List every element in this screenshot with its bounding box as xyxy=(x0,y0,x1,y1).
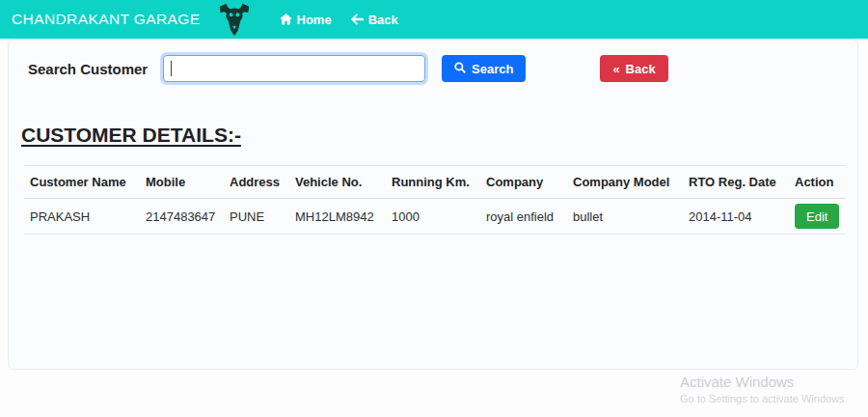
table-header: Customer Name Mobile Address Vehicle No.… xyxy=(24,166,846,199)
chevron-left-icon: « xyxy=(612,62,619,76)
nav-back-label: Back xyxy=(368,13,398,27)
watermark-title: Activate Windows xyxy=(680,374,848,390)
top-navbar: CHANDRAKANT GARAGE Home xyxy=(0,0,868,39)
home-icon xyxy=(280,14,292,25)
search-icon xyxy=(454,62,466,76)
col-vehicle-no: Vehicle No. xyxy=(289,166,386,199)
back-arrow-icon xyxy=(351,14,364,25)
customer-details-heading: CUSTOMER DETAILS:- xyxy=(21,124,241,147)
search-customer-label: Search Customer xyxy=(28,61,163,77)
cell-rto-reg-date: 2014-11-04 xyxy=(683,199,789,235)
col-mobile: Mobile xyxy=(140,166,224,199)
col-address: Address xyxy=(224,166,289,199)
back-button[interactable]: « Back xyxy=(600,55,667,82)
col-company: Company xyxy=(480,166,567,199)
cell-action: Edit xyxy=(789,199,846,235)
col-action: Action xyxy=(789,166,846,199)
col-company-model: Company Model xyxy=(567,166,683,199)
nav-home-link[interactable]: Home xyxy=(280,13,332,27)
search-button-label: Search xyxy=(472,62,513,76)
col-customer-name: Customer Name xyxy=(24,166,140,199)
search-customer-input[interactable] xyxy=(163,55,425,82)
cell-mobile: 2147483647 xyxy=(140,199,224,235)
cell-vehicle-no: MH12LM8942 xyxy=(289,199,386,235)
search-button[interactable]: Search xyxy=(442,55,526,82)
nav-back-link[interactable]: Back xyxy=(351,13,398,27)
customer-table: Customer Name Mobile Address Vehicle No.… xyxy=(24,165,846,235)
cell-customer-name: PRAKASH xyxy=(24,199,140,235)
edit-button[interactable]: Edit xyxy=(795,204,839,229)
back-button-label: Back xyxy=(626,62,656,76)
app-title: CHANDRAKANT GARAGE xyxy=(12,11,201,28)
col-running-km: Running Km. xyxy=(386,166,480,199)
watermark-subtitle: Go to Settings to activate Windows. xyxy=(680,393,848,404)
text-caret xyxy=(171,61,172,76)
table-row: PRAKASH 2147483647 PUNE MH12LM8942 1000 … xyxy=(24,199,846,235)
cell-company-model: bullet xyxy=(567,199,683,235)
garage-logo-icon xyxy=(214,0,255,39)
nav-home-label: Home xyxy=(297,13,332,27)
cell-company: royal enfield xyxy=(480,199,567,235)
search-row: Search Customer Search « Back xyxy=(9,40,857,82)
activate-windows-watermark: Activate Windows Go to Settings to activ… xyxy=(680,374,848,404)
col-rto-reg-date: RTO Reg. Date xyxy=(683,166,789,199)
content-card: Search Customer Search « Back CUSTOMER D… xyxy=(8,39,858,370)
cell-running-km: 1000 xyxy=(386,199,480,235)
cell-address: PUNE xyxy=(224,199,289,235)
